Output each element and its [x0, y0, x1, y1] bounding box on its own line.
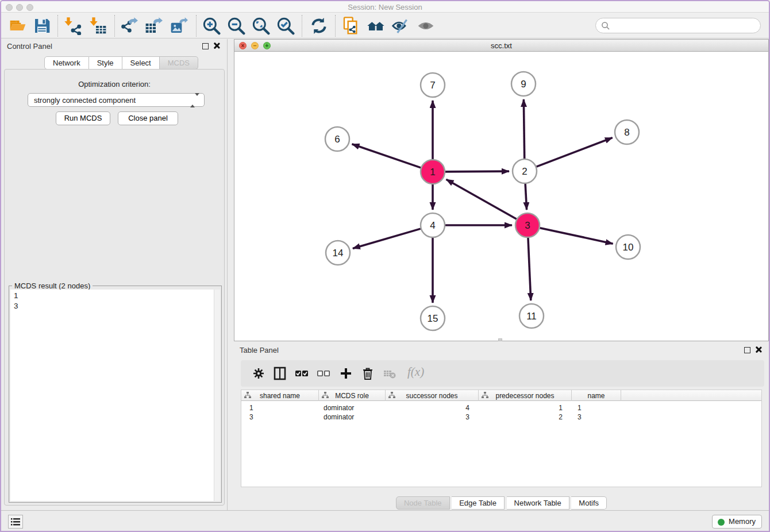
- column-header-name[interactable]: name: [572, 390, 621, 401]
- table-row[interactable]: 1 dominator 4 1 1: [241, 403, 761, 412]
- mcds-result-list[interactable]: 1 3: [10, 290, 220, 501]
- memory-label: Memory: [729, 517, 756, 526]
- node-8[interactable]: 8: [615, 120, 639, 144]
- mcds-panel-body: Optimization criterion: strongly connect…: [4, 69, 225, 506]
- node-10[interactable]: 10: [616, 235, 640, 259]
- splitter-handle[interactable]: [498, 338, 502, 341]
- edge-2-3[interactable]: [525, 184, 526, 210]
- optimization-criterion-label: Optimization criterion:: [5, 80, 224, 88]
- delete-table-icon[interactable]: [382, 367, 397, 380]
- cell-name: 3: [578, 413, 582, 421]
- tab-node-table[interactable]: Node Table: [396, 496, 450, 510]
- float-table-panel-icon[interactable]: [744, 347, 750, 353]
- search-input[interactable]: [613, 20, 756, 32]
- close-table-panel-icon[interactable]: [754, 346, 762, 353]
- search-field: [595, 18, 761, 33]
- edge-1-6[interactable]: [352, 144, 421, 168]
- hide-eye-icon[interactable]: [391, 17, 410, 35]
- home-networks-icon[interactable]: [366, 17, 386, 35]
- tab-mcds[interactable]: MCDS: [160, 56, 198, 70]
- zoom-selected-icon[interactable]: [276, 17, 295, 35]
- node-2[interactable]: 2: [513, 159, 537, 183]
- control-panel-title: Control Panel: [7, 42, 52, 51]
- result-value: 1: [14, 291, 220, 300]
- memory-button[interactable]: Memory: [712, 515, 762, 529]
- node-14[interactable]: 14: [326, 241, 350, 265]
- column-header-predecessor-nodes[interactable]: predecessor nodes: [479, 390, 572, 401]
- node-9[interactable]: 9: [511, 72, 536, 96]
- clone-network-icon[interactable]: [341, 17, 361, 35]
- columns-icon[interactable]: [272, 367, 287, 380]
- task-history-button[interactable]: [8, 515, 23, 529]
- tab-network-table[interactable]: Network Table: [507, 496, 569, 510]
- tab-network[interactable]: Network: [44, 56, 89, 70]
- result-scrollbar[interactable]: [214, 290, 220, 501]
- export-network-icon[interactable]: [119, 17, 138, 35]
- table-panel-title: Table Panel: [240, 346, 279, 354]
- toolbar-separator: [302, 15, 302, 37]
- run-mcds-button[interactable]: Run MCDS: [56, 111, 110, 125]
- trash-icon[interactable]: [360, 367, 375, 380]
- node-table: shared name MCDS role successor nodes pr…: [241, 390, 762, 487]
- node-4[interactable]: 4: [421, 213, 445, 237]
- select-stepper-icon: [190, 96, 199, 105]
- control-panel-header: Control Panel: [1, 39, 227, 54]
- table-row[interactable]: 3 dominator 3 2 3: [241, 412, 761, 421]
- uncheck-all-icon[interactable]: [316, 367, 331, 380]
- svg-text:9: 9: [521, 79, 526, 90]
- zoom-fit-icon[interactable]: [251, 17, 271, 35]
- refresh-icon[interactable]: [309, 17, 329, 35]
- edge-3-11[interactable]: [528, 238, 531, 300]
- criterion-select[interactable]: strongly connected component: [28, 93, 205, 107]
- edge-3-10[interactable]: [540, 228, 613, 244]
- edge-3-1[interactable]: [446, 179, 517, 219]
- node-11[interactable]: 11: [519, 304, 544, 328]
- show-eye-icon[interactable]: [416, 17, 436, 35]
- svg-text:15: 15: [428, 313, 438, 324]
- edge-4-14[interactable]: [353, 229, 421, 248]
- edge-2-8[interactable]: [537, 138, 613, 167]
- export-table-icon[interactable]: [144, 17, 163, 35]
- titlebar: Session: New Session: [1, 1, 769, 13]
- close-panel-icon[interactable]: [213, 42, 220, 49]
- cell-predecessor-nodes: 1: [479, 404, 563, 412]
- import-table-icon[interactable]: [88, 17, 108, 35]
- tab-motifs[interactable]: Motifs: [571, 496, 607, 510]
- node-3[interactable]: 3: [515, 213, 540, 237]
- tab-style[interactable]: Style: [89, 56, 122, 70]
- network-window-titlebar[interactable]: × – + scc.txt: [234, 40, 768, 52]
- node-15[interactable]: 15: [421, 306, 445, 330]
- svg-text:11: 11: [526, 311, 537, 322]
- column-header-successor-nodes[interactable]: successor nodes: [386, 390, 479, 401]
- node-table-header: shared name MCDS role successor nodes pr…: [241, 390, 761, 401]
- tab-select[interactable]: Select: [122, 56, 160, 70]
- mcds-result-box: MCDS result (2 nodes) 1 3: [9, 286, 222, 503]
- function-builder-icon[interactable]: f(x): [407, 365, 424, 379]
- column-header-mcds-role[interactable]: MCDS role: [319, 390, 386, 401]
- edge-2-9[interactable]: [523, 99, 524, 159]
- result-value: 3: [14, 302, 220, 310]
- import-network-icon[interactable]: [63, 17, 83, 35]
- node-1[interactable]: 1: [421, 160, 445, 184]
- cell-mcds-role: dominator: [324, 413, 354, 421]
- add-icon[interactable]: [338, 367, 353, 380]
- tab-edge-table[interactable]: Edge Table: [452, 496, 505, 510]
- network-graph[interactable]: 7968124314101511: [234, 52, 768, 341]
- check-all-icon[interactable]: [294, 367, 309, 380]
- svg-text:10: 10: [623, 242, 634, 253]
- node-7[interactable]: 7: [421, 73, 445, 97]
- column-header-shared-name[interactable]: shared name: [241, 390, 319, 401]
- export-image-icon[interactable]: [169, 17, 188, 35]
- gear-icon[interactable]: [251, 367, 266, 380]
- node-6[interactable]: 6: [325, 127, 349, 151]
- zoom-out-icon[interactable]: [226, 17, 246, 35]
- open-folder-icon[interactable]: [8, 17, 28, 35]
- status-bar: Memory: [1, 510, 769, 531]
- float-panel-icon[interactable]: [202, 43, 209, 49]
- search-icon: [601, 21, 610, 32]
- zoom-in-icon[interactable]: [202, 17, 221, 35]
- cell-shared-name: 3: [249, 413, 253, 421]
- save-icon[interactable]: [32, 17, 52, 35]
- close-panel-button[interactable]: Close panel: [118, 111, 178, 125]
- edge-1-2[interactable]: [445, 171, 509, 172]
